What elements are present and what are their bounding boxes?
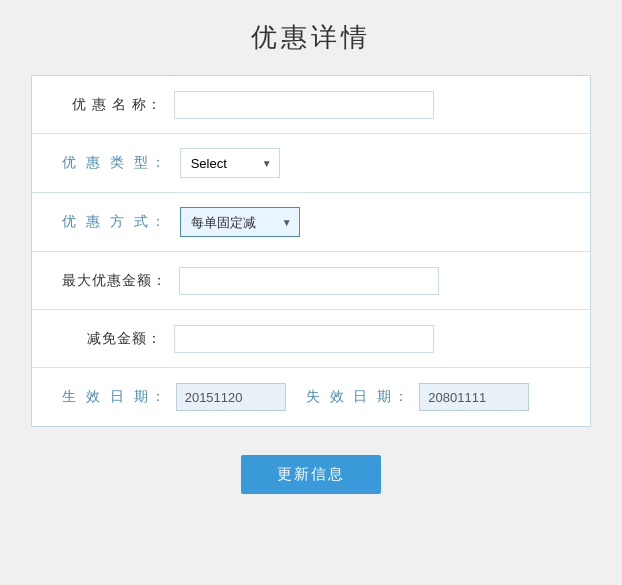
method-row: 优 惠 方 式： 每单固定减 每单折扣 满减 ▼ xyxy=(32,193,590,252)
expiry-date-input[interactable] xyxy=(419,383,529,411)
name-row: 优 惠 名 称： xyxy=(32,76,590,134)
expiry-date-group: 失 效 日 期： xyxy=(306,383,530,411)
date-row: 生 效 日 期： 失 效 日 期： xyxy=(32,368,590,426)
method-select-wrapper: 每单固定减 每单折扣 满减 ▼ xyxy=(180,207,300,237)
page-title: 优惠详情 xyxy=(251,20,371,55)
reduction-input[interactable] xyxy=(174,325,434,353)
max-amount-row: 最大优惠金额： xyxy=(32,252,590,310)
name-input[interactable] xyxy=(174,91,434,119)
expiry-date-label: 失 效 日 期： xyxy=(306,388,412,406)
effective-date-group: 生 效 日 期： xyxy=(62,383,286,411)
type-select[interactable]: Select 类型一 类型二 xyxy=(180,148,280,178)
type-label: 优 惠 类 型： xyxy=(62,154,168,172)
date-group-container: 生 效 日 期： 失 效 日 期： xyxy=(62,383,529,411)
effective-date-label: 生 效 日 期： xyxy=(62,388,168,406)
method-label: 优 惠 方 式： xyxy=(62,213,168,231)
update-button[interactable]: 更新信息 xyxy=(241,455,381,494)
reduction-row: 减免金额： xyxy=(32,310,590,368)
reduction-label: 减免金额： xyxy=(62,330,162,348)
max-amount-input[interactable] xyxy=(179,267,439,295)
name-label: 优 惠 名 称： xyxy=(62,96,162,114)
form-container: 优 惠 名 称： 优 惠 类 型： Select 类型一 类型二 ▼ 优 惠 方… xyxy=(31,75,591,427)
type-row: 优 惠 类 型： Select 类型一 类型二 ▼ xyxy=(32,134,590,193)
type-select-wrapper: Select 类型一 类型二 ▼ xyxy=(180,148,280,178)
effective-date-input[interactable] xyxy=(176,383,286,411)
method-select[interactable]: 每单固定减 每单折扣 满减 xyxy=(180,207,300,237)
max-amount-label: 最大优惠金额： xyxy=(62,272,167,290)
